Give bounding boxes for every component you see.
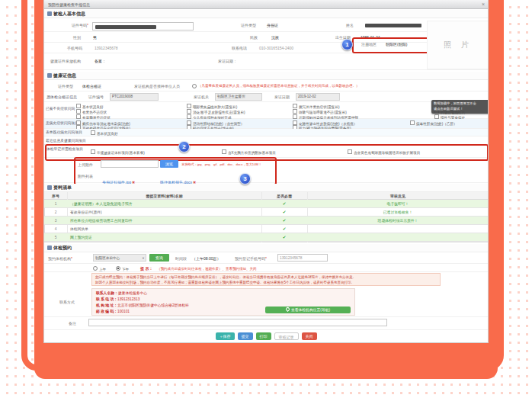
id-type-label: 证件类型 [241, 23, 256, 27]
close-icon[interactable]: × [482, 0, 485, 9]
booking-phone-label: 预约登记手机号码* [235, 256, 267, 261]
checkbox-option[interactable]: 咽部发炎扁桃体肿大(需复检) [187, 104, 237, 109]
check-icon: ✔ [261, 208, 307, 217]
upload-label: 上传附件 [78, 162, 93, 167]
radio-row [44, 264, 488, 272]
cert-date-value[interactable]: 2019-12-02 [296, 93, 340, 101]
survey4-row [44, 136, 488, 145]
cert-no-label: 证件编号 [88, 95, 104, 99]
map-pin-icon [285, 307, 290, 312]
table-row[interactable]: 2 有效身份证件(原件) ✔ 已通过资格核查！ [44, 208, 489, 217]
basic-row-4 [44, 53, 488, 70]
query-button[interactable]: 查询 [149, 254, 169, 262]
cert-agency-label: 发证机关 [194, 95, 209, 99]
list-icon [47, 185, 52, 190]
table-row[interactable]: 1 （健康证明用）本人近期免冠电子照片 ✔ 电子版即可！ [44, 200, 489, 208]
cert-org-radio[interactable] [192, 84, 197, 88]
booking-org-label: 预约体检机构* [48, 256, 72, 261]
checkbox-option[interactable]: 含X光胸片检查的附加基本项目 [222, 149, 276, 155]
cert-type-label: 证件类型 [58, 84, 73, 88]
booking-org-select[interactable]: 朝阳区体检中心 ▾ [93, 254, 146, 262]
checkbox-option[interactable]: 含金黄色葡萄球菌等细菌培养检验扩展项目 [348, 149, 420, 155]
region-value: 朝阳区(朝阳) [386, 42, 407, 47]
section-basic-header: 被检人基本信息 [44, 10, 488, 18]
contact-label: 联系方式 [59, 300, 75, 304]
checkbox-icon [76, 104, 81, 108]
checkbox-option[interactable]: 病毒性肝炎(治愈)（乙肝） [410, 120, 457, 126]
checkbox-icon [187, 104, 191, 108]
upload-file-input[interactable] [101, 160, 159, 168]
table-row[interactable]: 4 体检回执单 ✔ [44, 225, 489, 233]
checkbox-option[interactable]: 腹泻并伴发热症状(需复检) [293, 104, 340, 109]
checkbox-icon [91, 130, 95, 135]
cert-org-label: 发证机构是否接种单位人员 [134, 84, 180, 88]
checkbox-icon [91, 149, 95, 154]
calendar-icon [47, 246, 52, 250]
ethnic-label: 民族 [250, 35, 258, 40]
slot-value: （上午08:00起） [192, 256, 221, 261]
redacted-name-value [365, 24, 421, 27]
checkbox-icon [293, 104, 297, 108]
footer-button-bar: ＋保存 提交 打印 审核记录 关闭 [44, 332, 488, 340]
radio-selected-icon [116, 266, 120, 271]
cert-agency-value[interactable]: 朝阳区卫生监督所 [215, 93, 262, 101]
survey4-label: 最近信息及健康问询项目 [46, 139, 99, 143]
remark-label: 备注 [69, 321, 76, 326]
checkbox-option[interactable]: 消化道/手足皮肤慢性疾患(需复检) [187, 109, 245, 114]
check-icon: ✔ [261, 217, 307, 225]
section-materials-header: 资料清单 [44, 184, 488, 192]
issuer-value: 备案： [95, 59, 106, 63]
checkbox-option[interactable]: 基本状况良好 [91, 130, 118, 136]
radio-icon [93, 266, 98, 271]
region-label: 注册地区 [361, 42, 377, 47]
col-header-no: 序号 [44, 192, 67, 200]
checkbox-icon [76, 109, 81, 114]
issuer-label: 健康证件发放机构 [50, 59, 81, 63]
old-cert-label: 原体检合格证信息 [46, 95, 77, 99]
contact-zipcode: 邮 政 编 码：100101 [96, 309, 130, 313]
contact-name: 联系人名称：健康体检服务中心 [96, 290, 147, 295]
checkbox-option[interactable]: 基本状况良好 [76, 104, 104, 109]
col-header-name: 需提交资料(材料)名称 [67, 192, 261, 200]
section-booking-header: 体检预约 [44, 244, 488, 252]
annotation-badge-3: 3 [239, 173, 251, 185]
col-header-required: 是否必需 [261, 192, 307, 200]
check-icon: ✔ [261, 233, 307, 242]
checkbox-option[interactable]: 有发热不适症状 [76, 109, 107, 114]
table-row[interactable]: 3 所在单位介绍信或劳动用工合同复印件 ✔ 现场体检时须出示原件！ [44, 217, 489, 225]
checkbox-option[interactable]: 常规健康证体检项目(基本套餐) [91, 149, 145, 155]
photo-placeholder: 照 片 [427, 21, 489, 69]
submit-button[interactable]: 提交 [238, 332, 253, 340]
checkbox-option[interactable]: 咳嗽气喘等呼吸道不适(需复检) [293, 109, 347, 114]
birth-value: 1986-01-24 [361, 35, 380, 40]
remark-input[interactable] [88, 319, 387, 326]
id-number-input[interactable] [92, 22, 194, 30]
id-number-label: 证件号码* [44, 23, 88, 27]
map-location-button[interactable]: 查看体检机构位置(导航) [265, 307, 351, 313]
hover-tooltip: 数据加载中，如页面显示不全 请点击刷新后重试！ [431, 100, 489, 114]
print-button[interactable]: 打印 [256, 332, 271, 340]
booking-phone-input[interactable]: 13912345678 [277, 254, 328, 262]
issue-date-label: 发证日期： [218, 59, 237, 63]
cert-no-value[interactable]: PTC2019008 [110, 93, 159, 101]
save-button[interactable]: ＋保存 [216, 332, 235, 340]
survey1-block [44, 102, 488, 119]
audit-record-button[interactable]: 审核记录 [274, 332, 299, 340]
radio-option-morning[interactable]: 上午 [93, 266, 106, 271]
check-icon: ✔ [261, 200, 307, 208]
survey3-label: 表单既往病史问询项目 [46, 130, 90, 135]
table-row[interactable]: 5 网上预约凭证 ✔ [44, 233, 489, 242]
tip-label: 提 示： [140, 266, 152, 271]
ethnic-value: 汉族 [271, 35, 279, 40]
tip-text: （预约成功后请按时前往体检，逾期作废）、查看预约须知、关闭 [157, 267, 257, 271]
checkbox-icon [293, 109, 297, 114]
checkbox-icon [410, 120, 415, 125]
cert-date-label: 发证日期 [274, 95, 290, 99]
checkbox-icon [348, 149, 352, 154]
close-button[interactable]: 关闭 [302, 332, 317, 340]
certificate-icon [47, 73, 52, 78]
mobile-label: 手机号码 [67, 46, 82, 50]
browse-button[interactable]: 浏览 [160, 160, 178, 168]
radio-option-afternoon[interactable]: 下午 [116, 266, 129, 271]
basic-row-2 [44, 32, 488, 43]
